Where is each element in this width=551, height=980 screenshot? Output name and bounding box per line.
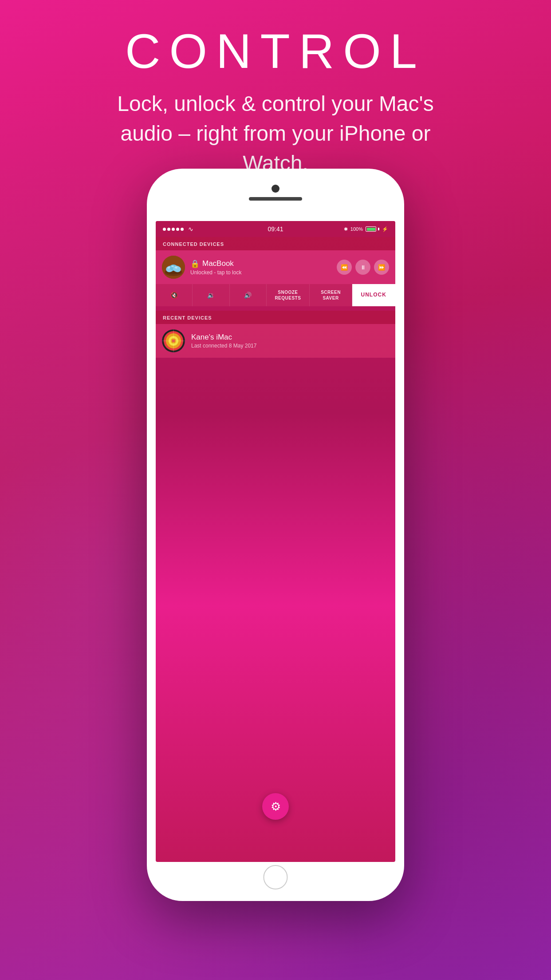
status-left: ∿ <box>163 225 193 233</box>
macbook-name: 🔒 MacBook <box>190 259 331 269</box>
page-title: CONTROL <box>0 27 551 75</box>
lock-icon: 🔒 <box>190 259 200 269</box>
phone-top-bar <box>249 185 302 201</box>
screen-saver-button[interactable]: SCREEN SAVER <box>310 284 353 306</box>
kanes-imac-info: Kane's iMac Last connected 8 May 2017 <box>191 333 256 349</box>
unlock-button[interactable]: UNLOCK <box>352 284 395 306</box>
macbook-status: Unlocked - tap to lock <box>190 269 331 276</box>
battery-icon <box>366 226 379 232</box>
archery-target-icon <box>162 329 185 352</box>
kanes-imac-avatar <box>162 329 185 352</box>
snooze-requests-button[interactable]: SNOOZE REQUESTS <box>267 284 310 306</box>
battery-fill <box>367 228 375 231</box>
action-row: 🔇 🔉 🔊 SNOOZE REQUESTS SCREEN SAVER UNLOC… <box>156 284 395 306</box>
recent-devices-header: RECENT DEVICES <box>156 311 395 324</box>
macbook-device-row[interactable]: 🔒 MacBook Unlocked - tap to lock ⏪ ⏸ ⏩ <box>156 250 395 284</box>
mute-icon: 🔇 <box>170 292 178 299</box>
vol-down-icon: 🔉 <box>207 292 215 299</box>
bluetooth-icon: ✱ <box>344 226 348 232</box>
vol-up-icon: 🔊 <box>244 292 252 299</box>
signal-dot-4 <box>176 228 179 231</box>
phone-inner: ∿ 09:41 ✱ 100% ⚡ <box>150 172 401 897</box>
media-controls: ⏪ ⏸ ⏩ <box>337 260 389 275</box>
phone-camera <box>272 185 279 193</box>
svg-point-7 <box>171 265 174 267</box>
status-right: ✱ 100% ⚡ <box>344 226 388 232</box>
macbook-avatar <box>162 256 185 279</box>
charging-icon: ⚡ <box>382 226 388 232</box>
app-content: CONNECTED DEVICES <box>156 237 395 358</box>
signal-dot-1 <box>163 228 166 231</box>
play-pause-button[interactable]: ⏸ <box>355 260 370 275</box>
settings-fab[interactable]: ⚙ <box>262 793 289 820</box>
phone-frame: ∿ 09:41 ✱ 100% ⚡ <box>147 169 404 901</box>
kanes-imac-row[interactable]: Kane's iMac Last connected 8 May 2017 <box>156 324 395 358</box>
signal-dot-5 <box>181 228 184 231</box>
volume-up-button[interactable]: 🔊 <box>230 284 267 306</box>
battery-outline <box>366 226 376 232</box>
macbook-info: 🔒 MacBook Unlocked - tap to lock <box>190 259 331 276</box>
mute-button[interactable]: 🔇 <box>156 284 193 306</box>
signal-dots <box>163 228 184 231</box>
phone-home-button[interactable] <box>264 865 288 889</box>
phone-screen: ∿ 09:41 ✱ 100% ⚡ <box>156 221 395 862</box>
status-time: 09:41 <box>268 225 283 233</box>
header-section: CONTROL Lock, unlock & control your Mac'… <box>0 27 551 178</box>
volume-down-button[interactable]: 🔉 <box>193 284 229 306</box>
eggs-icon <box>162 256 185 279</box>
kanes-imac-name: Kane's iMac <box>191 333 256 342</box>
connected-devices-header: CONNECTED DEVICES <box>156 237 395 250</box>
signal-dot-3 <box>172 228 175 231</box>
wifi-icon: ∿ <box>188 225 193 233</box>
page-subtitle: Lock, unlock & control your Mac's audio … <box>98 89 453 178</box>
kanes-imac-sub: Last connected 8 May 2017 <box>191 343 256 349</box>
status-bar: ∿ 09:41 ✱ 100% ⚡ <box>156 221 395 237</box>
recent-devices-title: RECENT DEVICES <box>163 315 388 320</box>
battery-nub <box>378 228 379 230</box>
gear-icon: ⚙ <box>271 800 281 814</box>
rewind-button[interactable]: ⏪ <box>337 260 352 275</box>
signal-dot-2 <box>167 228 170 231</box>
connected-devices-title: CONNECTED DEVICES <box>163 241 388 247</box>
fast-forward-button[interactable]: ⏩ <box>374 260 389 275</box>
phone-speaker <box>249 197 302 201</box>
battery-percentage: 100% <box>350 226 363 232</box>
